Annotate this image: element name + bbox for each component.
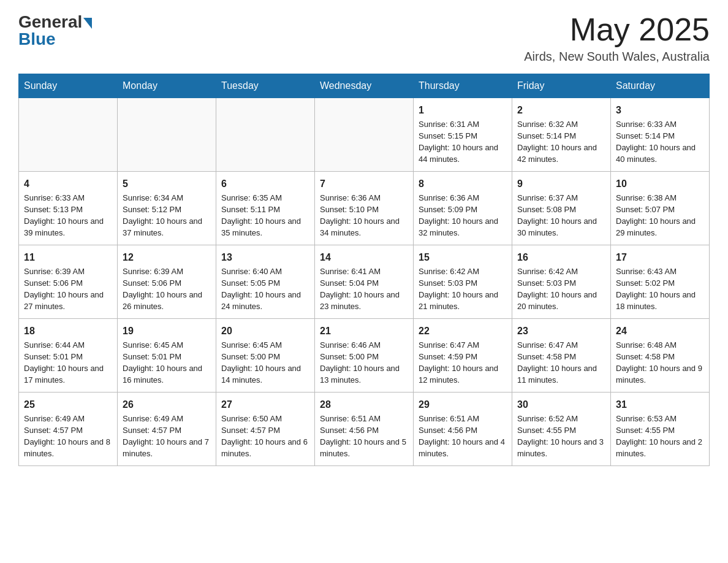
calendar-cell: 12Sunrise: 6:39 AM Sunset: 5:06 PM Dayli…: [118, 245, 216, 319]
calendar-cell: 14Sunrise: 6:41 AM Sunset: 5:04 PM Dayli…: [315, 245, 414, 319]
day-info: Sunrise: 6:41 AM Sunset: 5:04 PM Dayligh…: [320, 266, 408, 312]
day-info: Sunrise: 6:48 AM Sunset: 4:58 PM Dayligh…: [616, 340, 704, 386]
day-info: Sunrise: 6:36 AM Sunset: 5:09 PM Dayligh…: [419, 193, 507, 239]
day-info: Sunrise: 6:39 AM Sunset: 5:06 PM Dayligh…: [123, 266, 211, 312]
calendar-cell: [315, 98, 414, 172]
day-number: 7: [320, 177, 408, 191]
calendar-cell: 26Sunrise: 6:49 AM Sunset: 4:57 PM Dayli…: [118, 393, 216, 466]
day-info: Sunrise: 6:38 AM Sunset: 5:07 PM Dayligh…: [616, 193, 704, 239]
day-info: Sunrise: 6:47 AM Sunset: 4:59 PM Dayligh…: [419, 340, 507, 386]
calendar-cell: 2Sunrise: 6:32 AM Sunset: 5:14 PM Daylig…: [512, 98, 611, 172]
calendar-cell: 30Sunrise: 6:52 AM Sunset: 4:55 PM Dayli…: [512, 393, 611, 466]
calendar-cell: 24Sunrise: 6:48 AM Sunset: 4:58 PM Dayli…: [611, 319, 710, 393]
calendar-header-monday: Monday: [118, 74, 216, 98]
day-info: Sunrise: 6:50 AM Sunset: 4:57 PM Dayligh…: [221, 413, 309, 459]
month-title: May 2025: [524, 12, 710, 47]
day-number: 30: [517, 397, 605, 412]
day-number: 20: [221, 324, 309, 338]
calendar-header-row: SundayMondayTuesdayWednesdayThursdayFrid…: [19, 74, 710, 98]
calendar-cell: 11Sunrise: 6:39 AM Sunset: 5:06 PM Dayli…: [19, 245, 118, 319]
day-info: Sunrise: 6:39 AM Sunset: 5:06 PM Dayligh…: [24, 266, 112, 312]
day-info: Sunrise: 6:42 AM Sunset: 5:03 PM Dayligh…: [419, 266, 507, 312]
day-info: Sunrise: 6:49 AM Sunset: 4:57 PM Dayligh…: [123, 413, 211, 459]
day-info: Sunrise: 6:33 AM Sunset: 5:13 PM Dayligh…: [24, 193, 112, 239]
calendar-week-row: 25Sunrise: 6:49 AM Sunset: 4:57 PM Dayli…: [19, 393, 710, 466]
day-number: 29: [419, 397, 507, 412]
day-number: 6: [221, 177, 309, 191]
day-info: Sunrise: 6:37 AM Sunset: 5:08 PM Dayligh…: [517, 193, 605, 239]
location-subtitle: Airds, New South Wales, Australia: [524, 50, 710, 64]
calendar-cell: 18Sunrise: 6:44 AM Sunset: 5:01 PM Dayli…: [19, 319, 118, 393]
day-info: Sunrise: 6:45 AM Sunset: 5:00 PM Dayligh…: [221, 340, 309, 386]
day-info: Sunrise: 6:31 AM Sunset: 5:15 PM Dayligh…: [419, 119, 507, 165]
calendar-cell: 6Sunrise: 6:35 AM Sunset: 5:11 PM Daylig…: [216, 172, 315, 245]
calendar-cell: 19Sunrise: 6:45 AM Sunset: 5:01 PM Dayli…: [118, 319, 216, 393]
calendar-cell: [118, 98, 216, 172]
calendar-week-row: 18Sunrise: 6:44 AM Sunset: 5:01 PM Dayli…: [19, 319, 710, 393]
calendar-cell: 13Sunrise: 6:40 AM Sunset: 5:05 PM Dayli…: [216, 245, 315, 319]
calendar-cell: 7Sunrise: 6:36 AM Sunset: 5:10 PM Daylig…: [315, 172, 414, 245]
day-number: 31: [616, 397, 704, 412]
calendar-cell: 4Sunrise: 6:33 AM Sunset: 5:13 PM Daylig…: [19, 172, 118, 245]
calendar-cell: 17Sunrise: 6:43 AM Sunset: 5:02 PM Dayli…: [611, 245, 710, 319]
day-info: Sunrise: 6:52 AM Sunset: 4:55 PM Dayligh…: [517, 413, 605, 459]
day-info: Sunrise: 6:45 AM Sunset: 5:01 PM Dayligh…: [123, 340, 211, 386]
title-block: May 2025 Airds, New South Wales, Austral…: [524, 12, 710, 64]
day-info: Sunrise: 6:44 AM Sunset: 5:01 PM Dayligh…: [24, 340, 112, 386]
day-number: 8: [419, 177, 507, 191]
day-number: 25: [24, 397, 112, 412]
day-info: Sunrise: 6:40 AM Sunset: 5:05 PM Dayligh…: [221, 266, 309, 312]
logo: General Blue: [18, 12, 92, 49]
calendar-table: SundayMondayTuesdayWednesdayThursdayFrid…: [18, 74, 710, 466]
day-number: 15: [419, 250, 507, 264]
calendar-cell: 25Sunrise: 6:49 AM Sunset: 4:57 PM Dayli…: [19, 393, 118, 466]
calendar-cell: 22Sunrise: 6:47 AM Sunset: 4:59 PM Dayli…: [414, 319, 512, 393]
calendar-cell: 9Sunrise: 6:37 AM Sunset: 5:08 PM Daylig…: [512, 172, 611, 245]
calendar-cell: 27Sunrise: 6:50 AM Sunset: 4:57 PM Dayli…: [216, 393, 315, 466]
calendar-cell: 29Sunrise: 6:51 AM Sunset: 4:56 PM Dayli…: [414, 393, 512, 466]
day-number: 12: [123, 250, 211, 264]
day-number: 28: [320, 397, 408, 412]
day-number: 4: [24, 177, 112, 191]
calendar-cell: [19, 98, 118, 172]
day-number: 2: [517, 103, 605, 117]
calendar-header-tuesday: Tuesday: [216, 74, 315, 98]
day-number: 1: [419, 103, 507, 117]
calendar-cell: 31Sunrise: 6:53 AM Sunset: 4:55 PM Dayli…: [611, 393, 710, 466]
day-info: Sunrise: 6:34 AM Sunset: 5:12 PM Dayligh…: [123, 193, 211, 239]
day-info: Sunrise: 6:33 AM Sunset: 5:14 PM Dayligh…: [616, 119, 704, 165]
calendar-header-thursday: Thursday: [414, 74, 512, 98]
calendar-week-row: 4Sunrise: 6:33 AM Sunset: 5:13 PM Daylig…: [19, 172, 710, 245]
calendar-week-row: 1Sunrise: 6:31 AM Sunset: 5:15 PM Daylig…: [19, 98, 710, 172]
day-number: 14: [320, 250, 408, 264]
day-info: Sunrise: 6:32 AM Sunset: 5:14 PM Dayligh…: [517, 119, 605, 165]
calendar-header-saturday: Saturday: [611, 74, 710, 98]
calendar-header-friday: Friday: [512, 74, 611, 98]
day-number: 18: [24, 324, 112, 338]
day-number: 5: [123, 177, 211, 191]
calendar-cell: 8Sunrise: 6:36 AM Sunset: 5:09 PM Daylig…: [414, 172, 512, 245]
calendar-cell: 3Sunrise: 6:33 AM Sunset: 5:14 PM Daylig…: [611, 98, 710, 172]
calendar-cell: 28Sunrise: 6:51 AM Sunset: 4:56 PM Dayli…: [315, 393, 414, 466]
day-info: Sunrise: 6:51 AM Sunset: 4:56 PM Dayligh…: [320, 413, 408, 459]
day-number: 27: [221, 397, 309, 412]
day-number: 11: [24, 250, 112, 264]
calendar-cell: 15Sunrise: 6:42 AM Sunset: 5:03 PM Dayli…: [414, 245, 512, 319]
page-header: General Blue May 2025 Airds, New South W…: [18, 12, 710, 64]
calendar-week-row: 11Sunrise: 6:39 AM Sunset: 5:06 PM Dayli…: [19, 245, 710, 319]
day-number: 13: [221, 250, 309, 264]
day-number: 16: [517, 250, 605, 264]
day-number: 9: [517, 177, 605, 191]
day-info: Sunrise: 6:43 AM Sunset: 5:02 PM Dayligh…: [616, 266, 704, 312]
logo-triangle-icon: [83, 18, 92, 29]
day-number: 26: [123, 397, 211, 412]
day-info: Sunrise: 6:51 AM Sunset: 4:56 PM Dayligh…: [419, 413, 507, 459]
day-info: Sunrise: 6:35 AM Sunset: 5:11 PM Dayligh…: [221, 193, 309, 239]
day-number: 23: [517, 324, 605, 338]
logo-blue-text: Blue: [18, 29, 56, 49]
calendar-cell: 20Sunrise: 6:45 AM Sunset: 5:00 PM Dayli…: [216, 319, 315, 393]
day-info: Sunrise: 6:49 AM Sunset: 4:57 PM Dayligh…: [24, 413, 112, 459]
day-number: 17: [616, 250, 704, 264]
day-info: Sunrise: 6:53 AM Sunset: 4:55 PM Dayligh…: [616, 413, 704, 459]
day-number: 22: [419, 324, 507, 338]
